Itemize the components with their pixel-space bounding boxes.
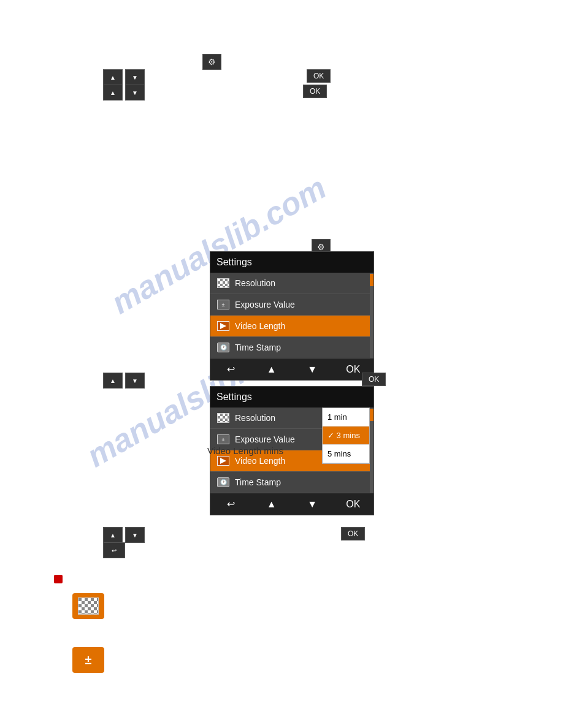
up-button-3[interactable]: ▲ [103, 373, 123, 389]
down-button-1[interactable]: ▼ [125, 69, 145, 85]
nav-up-2[interactable]: ▲ [251, 497, 293, 511]
settings-panel-1: Settings Resolution ± Exposure Value Vid… [210, 251, 374, 381]
exposure-icon-2: ± [216, 434, 230, 445]
checkered-icon-large [72, 593, 104, 619]
settings-item-timestamp-2[interactable]: 🕐 Time Stamp [210, 472, 373, 493]
settings-nav-1: ↩ ▲ ▼ OK [210, 358, 373, 380]
video-length-label: Video Length mins [207, 446, 283, 456]
settings-title-1: Settings [210, 252, 373, 273]
up-button-1[interactable]: ▲ [103, 69, 123, 85]
submenu: 1 min ✓ 3 mins 5 mins [322, 408, 370, 464]
nav-down-2[interactable]: ▼ [292, 497, 333, 511]
nav-ok-2[interactable]: OK [333, 497, 374, 511]
up-button-2[interactable]: ▲ [103, 85, 123, 100]
gear-button-1[interactable]: ⚙ [202, 54, 221, 70]
scroll-bar-1 [370, 273, 373, 358]
scroll-bar-2 [370, 408, 373, 493]
exposure-label-2: Exposure Value [235, 434, 295, 444]
submenu-item-1min[interactable]: 1 min [323, 408, 369, 427]
exposure-icon-large: ± [72, 647, 104, 673]
down-button-2[interactable]: ▼ [125, 85, 145, 100]
ok-button-1[interactable]: OK [307, 69, 331, 83]
clock-icon-1: 🕐 [216, 342, 230, 353]
top-gear-area: ⚙ [202, 54, 221, 70]
nav-back-2[interactable]: ↩ [210, 497, 251, 511]
nav-up-1[interactable]: ▲ [251, 362, 293, 376]
videolength-label-2: Video Length [235, 456, 285, 466]
clock-icon-2: 🕐 [216, 477, 230, 488]
resolution-label-2: Resolution [235, 413, 275, 423]
up-button-4[interactable]: ▲ [103, 527, 123, 543]
timestamp-label-1: Time Stamp [235, 343, 281, 352]
settings-nav-2: ↩ ▲ ▼ OK [210, 493, 373, 515]
gear-icon-2: ⚙ [317, 242, 325, 252]
ok-button-2[interactable]: OK [303, 85, 327, 98]
arrow-group-2: ▲ ▼ [103, 85, 145, 100]
settings-title-2: Settings [210, 387, 373, 408]
ok-button-4[interactable]: OK [341, 527, 365, 540]
resolution-label-1: Resolution [235, 278, 275, 288]
settings-item-resolution-1[interactable]: Resolution [210, 273, 373, 294]
checkered-icon-2 [216, 412, 230, 423]
ok-button-3[interactable]: OK [362, 373, 386, 386]
checkered-icon-1 [216, 278, 230, 289]
settings-item-timestamp-1[interactable]: 🕐 Time Stamp [210, 337, 373, 358]
video-icon-2 [216, 455, 230, 466]
timestamp-label-2: Time Stamp [235, 477, 281, 487]
video-icon-1 [216, 320, 230, 332]
gear-icon-1: ⚙ [208, 57, 216, 67]
nav-back-1[interactable]: ↩ [210, 362, 251, 376]
submenu-item-5mins[interactable]: 5 mins [323, 445, 369, 463]
submenu-item-3mins[interactable]: ✓ 3 mins [323, 427, 369, 445]
settings-item-exposure-1[interactable]: ± Exposure Value [210, 294, 373, 316]
down-button-3[interactable]: ▼ [125, 373, 145, 389]
nav-down-1[interactable]: ▼ [292, 362, 333, 376]
red-indicator [54, 575, 63, 583]
exposure-label-1: Exposure Value [235, 300, 295, 309]
down-button-4[interactable]: ▼ [125, 527, 145, 543]
back-button[interactable]: ↩ [103, 542, 125, 558]
videolength-label-1: Video Length [235, 321, 285, 331]
settings-item-videolength-1[interactable]: Video Length [210, 316, 373, 337]
arrow-group-1: ▲ ▼ [103, 69, 145, 85]
arrow-group-4: ▲ ▼ [103, 527, 145, 543]
arrow-group-3: ▲ ▼ [103, 373, 145, 389]
exposure-icon-1: ± [216, 299, 230, 310]
